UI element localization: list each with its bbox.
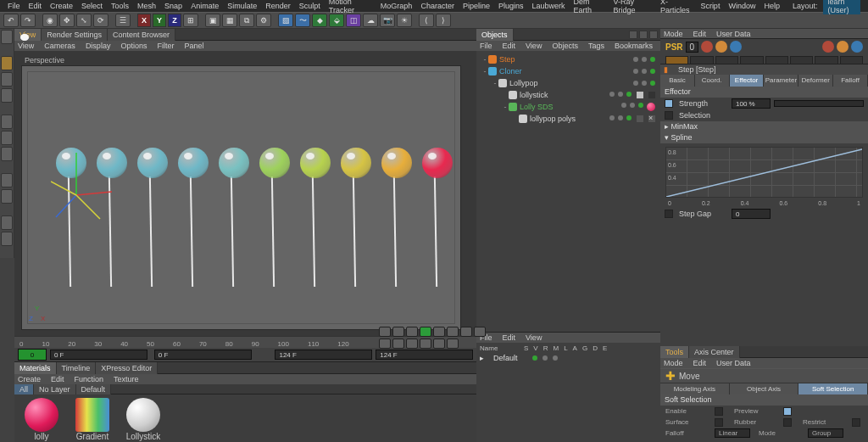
nurbs-icon[interactable]: ◆ [312, 14, 327, 27]
tools-menu-edit[interactable]: Edit [693, 359, 710, 367]
menu-vray[interactable]: V-Ray Bridge [609, 0, 656, 14]
tree-item-lollypop-polys[interactable]: lollypop polys [478, 113, 659, 125]
attr-tab-effector[interactable]: Effector [730, 75, 765, 87]
take-row-default[interactable]: ▸ Default [480, 352, 657, 364]
render-view-icon[interactable]: ▣ [205, 14, 220, 27]
render-region-icon[interactable]: ▦ [222, 14, 237, 27]
vp-menu-view[interactable]: View [18, 42, 37, 50]
strength-field[interactable] [732, 98, 771, 109]
rubber-check[interactable] [783, 418, 794, 427]
tab-objects[interactable]: Objects [476, 29, 514, 41]
preview-check[interactable] [783, 407, 794, 416]
timeline-end-frame[interactable] [275, 350, 372, 360]
layout-dropdown[interactable]: learn (User) [823, 0, 860, 14]
key-scale-icon[interactable] [406, 338, 418, 349]
autokey-icon[interactable] [379, 338, 391, 349]
menu-animate[interactable]: Animate [186, 2, 223, 10]
obj-menu-view[interactable]: View [526, 42, 545, 50]
texture-mode-icon[interactable] [1, 72, 13, 87]
axis-mode-icon[interactable] [1, 173, 13, 187]
attr-tab-falloff[interactable]: Falloff [833, 75, 868, 87]
menu-select[interactable]: Select [77, 2, 107, 10]
surface-check[interactable] [715, 418, 726, 427]
tab-axis-center[interactable]: Axis Center [689, 346, 740, 358]
mat-menu-create[interactable]: Create [18, 375, 44, 383]
prev-frame-icon[interactable] [406, 327, 418, 337]
history-back-icon[interactable]: ⟨ [419, 14, 434, 27]
obj-eye-icon[interactable] [649, 31, 658, 39]
obj-menu-tags[interactable]: Tags [588, 42, 608, 50]
viewport-solo-icon[interactable] [1, 189, 13, 204]
menu-xparticles[interactable]: X-Particles [656, 0, 696, 14]
move-tool-icon[interactable]: ✥ [59, 14, 75, 27]
mat-filter-all[interactable]: All [14, 384, 34, 394]
key-param-icon[interactable] [433, 338, 445, 349]
menu-simulate[interactable]: Simulate [223, 2, 261, 10]
mat-menu-function[interactable]: Function [75, 375, 108, 383]
history-fwd-icon[interactable]: ⟩ [436, 14, 451, 27]
vp-menu-filter[interactable]: Filter [157, 42, 177, 50]
rotate-tool-icon[interactable]: ⟳ [93, 14, 108, 27]
psr-value[interactable]: 0 [686, 42, 699, 53]
obj-menu-objects[interactable]: Objects [552, 42, 581, 50]
menu-render[interactable]: Render [261, 2, 295, 10]
menu-laubwerk[interactable]: Laubwerk [527, 2, 569, 10]
psr-y-icon[interactable] [715, 41, 727, 53]
mat-menu-edit[interactable]: Edit [51, 375, 68, 383]
prev-key-icon[interactable] [392, 327, 404, 337]
psr-sy-icon[interactable] [837, 41, 849, 53]
tools-menu-userdata[interactable]: User Data [716, 359, 754, 367]
live-select-icon[interactable]: ◉ [42, 14, 58, 27]
psr-track[interactable] [665, 56, 863, 64]
spline-graph[interactable]: 0.8 0.6 0.4 00.20.40.60.81 [665, 147, 863, 198]
z-axis-lock[interactable]: Z [168, 14, 181, 27]
polygon-mode-icon[interactable] [1, 147, 13, 161]
spline-prim-icon[interactable]: 〜 [295, 14, 310, 27]
play-forward-icon[interactable] [420, 327, 431, 337]
make-editable-icon[interactable] [1, 30, 13, 44]
tab-tools[interactable]: Tools [660, 346, 689, 358]
strength-slider[interactable] [774, 100, 864, 107]
goto-start-icon[interactable] [379, 327, 391, 337]
mode-select[interactable]: Group [808, 428, 843, 438]
y-axis-lock[interactable]: Y [153, 14, 166, 27]
key-rot-icon[interactable] [420, 338, 431, 349]
tab-materials[interactable]: Materials [14, 362, 57, 374]
material-gradient[interactable]: Gradient [70, 398, 114, 441]
key-pla-icon[interactable] [447, 338, 459, 349]
attr-tab-coord[interactable]: Coord. [695, 75, 730, 87]
tree-item-step[interactable]: -Step [478, 53, 659, 65]
workplane-icon[interactable] [1, 88, 13, 103]
tree-item-lolly-sds[interactable]: -Lolly SDS [478, 101, 659, 113]
mat-filter-default[interactable]: Default [76, 384, 112, 394]
vp-menu-options[interactable]: Options [120, 42, 150, 50]
group-minmax[interactable]: ▸ MinMax [660, 121, 868, 132]
menu-demearth[interactable]: Dem Earth [570, 0, 609, 14]
render-settings-icon[interactable]: ⚙ [256, 14, 271, 27]
deformer-icon[interactable]: ◫ [346, 14, 361, 27]
light-icon[interactable]: ☀ [397, 14, 412, 27]
menu-pipeline[interactable]: Pipeline [459, 2, 494, 10]
recent-tool-icon[interactable]: ☰ [115, 14, 131, 27]
scale-tool-icon[interactable]: ⤡ [76, 14, 92, 27]
environment-icon[interactable]: ☁ [363, 14, 378, 27]
menu-file[interactable]: File [3, 2, 25, 10]
attr-tab-parameter[interactable]: Parameter [764, 75, 798, 87]
vp-menu-display[interactable]: Display [86, 42, 114, 50]
subtab-soft-selection[interactable]: Soft Selection [798, 383, 868, 394]
subtab-modeling-axis[interactable]: Modeling Axis [660, 383, 730, 394]
menu-sculpt[interactable]: Sculpt [295, 2, 325, 10]
next-key-icon[interactable] [447, 327, 459, 337]
obj-menu-bookmarks[interactable]: Bookmarks [615, 42, 656, 50]
mat-filter-nolayer[interactable]: No Layer [34, 384, 76, 394]
menu-script[interactable]: Script [696, 2, 724, 10]
menu-create[interactable]: Create [46, 2, 77, 10]
redo-icon[interactable]: ↷ [20, 14, 36, 27]
psr-x-icon[interactable] [701, 41, 713, 53]
stepgap-check[interactable] [665, 210, 676, 219]
cube-prim-icon[interactable]: ▧ [278, 14, 293, 27]
menu-motiontracker[interactable]: Motion Tracker [325, 0, 376, 14]
tab-xpresso[interactable]: XPresso Editor [96, 362, 158, 374]
viewport-canvas[interactable]: Y X Z [21, 65, 461, 330]
subtab-object-axis[interactable]: Object Axis [730, 383, 799, 394]
